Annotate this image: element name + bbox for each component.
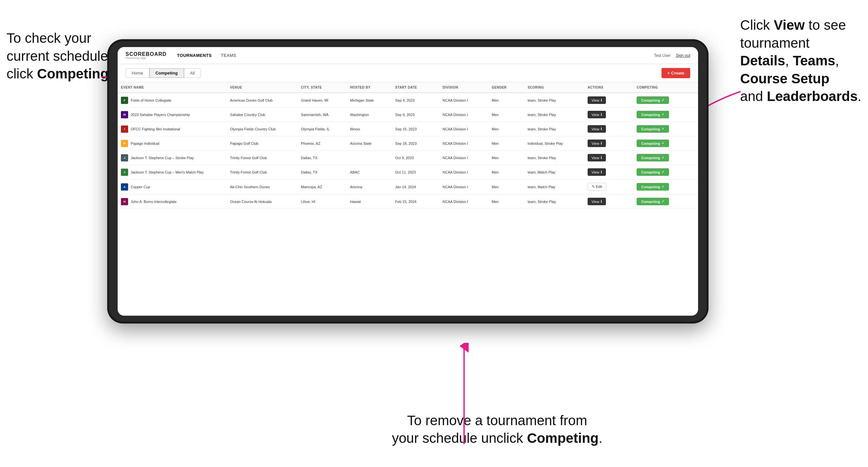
cell-division: NCAA Division I: [439, 151, 488, 165]
cell-city: Grand Haven, MI: [298, 93, 347, 107]
competing-button[interactable]: Competing ✓: [637, 154, 669, 161]
cell-city: Dallas, TX: [298, 151, 347, 165]
cell-event-name: H John A. Burns Intercollegiate: [118, 194, 227, 209]
info-icon: ℹ: [601, 113, 602, 117]
col-header-actions: ACTIONS: [584, 82, 633, 93]
table-row: J Jackson T. Stephens Cup – Stroke Play …: [118, 151, 698, 165]
event-name-text: Copper Cup: [131, 185, 150, 189]
check-icon: ✓: [661, 185, 664, 189]
cell-division: NCAA Division I: [439, 107, 488, 122]
tab-home[interactable]: Home: [125, 68, 149, 78]
cell-event-name: A Copper Cup: [118, 179, 227, 194]
cell-city: Maricopa, AZ: [298, 179, 347, 194]
col-header-hosted: HOSTED BY: [347, 82, 392, 93]
cell-gender: Men: [489, 151, 525, 165]
view-button[interactable]: View ℹ: [588, 139, 606, 147]
cell-venue: Papago Golf Club: [227, 136, 298, 151]
check-icon: ✓: [661, 141, 664, 146]
col-header-scoring: SCORING: [524, 82, 584, 93]
col-header-venue: VENUE: [227, 82, 298, 93]
cell-date: Oct 9, 2023: [392, 151, 439, 165]
annotation-top-right: Click View to see tournament Details, Te…: [740, 16, 862, 105]
table-row: I OFCC Fighting Illini Invitational Olym…: [118, 122, 698, 136]
cell-gender: Men: [489, 93, 525, 107]
cell-gender: Men: [489, 136, 525, 151]
tab-all[interactable]: All: [184, 68, 201, 78]
check-icon: ✓: [661, 98, 664, 102]
view-button[interactable]: View ℹ: [588, 125, 606, 133]
col-header-competing: COMPETING: [633, 82, 698, 93]
competing-button[interactable]: Competing ✓: [637, 125, 669, 133]
cell-competing: Competing ✓: [633, 179, 698, 194]
competing-button[interactable]: Competing ✓: [637, 198, 669, 205]
cell-event-name: P Papago Individual: [118, 136, 227, 151]
powered-by-text: Powered by clippi: [125, 57, 167, 60]
event-name-text: Papago Individual: [131, 142, 159, 146]
annotation-top-left: To check your current schedule, click Co…: [6, 29, 113, 83]
cell-competing: Competing ✓: [633, 122, 698, 136]
cell-scoring: team, Match Play: [524, 179, 584, 194]
cell-actions: View ℹ: [584, 194, 633, 209]
cell-event-name: W 2023 Sahalee Players Championship: [118, 107, 227, 122]
col-header-division: DIVISION: [439, 82, 488, 93]
team-logo: W: [121, 111, 128, 118]
view-button[interactable]: View ℹ: [588, 96, 606, 104]
create-button[interactable]: + Create: [661, 68, 690, 78]
check-icon: ✓: [661, 199, 664, 204]
event-name-text: Folds of Honor Collegiate: [131, 98, 171, 102]
tab-competing[interactable]: Competing: [149, 68, 184, 78]
cell-scoring: team, Match Play: [524, 165, 584, 179]
table-container[interactable]: EVENT NAME VENUE CITY, STATE HOSTED BY S…: [118, 82, 698, 315]
cell-venue: Trinity Forest Golf Club: [227, 165, 298, 179]
cell-division: NCAA Division I: [439, 165, 488, 179]
cell-hosted: ABAC: [347, 165, 392, 179]
event-name-text: OFCC Fighting Illini Invitational: [131, 127, 180, 131]
cell-scoring: team, Stroke Play: [524, 122, 584, 136]
cell-event-name: J Jackson T. Stephens Cup – Men's Match …: [118, 165, 227, 179]
cell-scoring: team, Stroke Play: [524, 151, 584, 165]
cell-date: Feb 15, 2024: [392, 194, 439, 209]
col-header-event: EVENT NAME: [118, 82, 227, 93]
view-button[interactable]: View ℹ: [588, 168, 606, 176]
info-icon: ℹ: [601, 98, 602, 102]
header-right: Test User Sign out: [654, 53, 690, 58]
team-logo: A: [121, 183, 128, 190]
info-icon: ℹ: [601, 199, 602, 204]
view-button[interactable]: View ℹ: [588, 154, 606, 161]
view-button[interactable]: View ℹ: [588, 198, 606, 205]
edit-button[interactable]: ✎ Edit: [588, 183, 606, 191]
table-row: P Papago Individual Papago Golf ClubPhoe…: [118, 136, 698, 151]
cell-competing: Competing ✓: [633, 136, 698, 151]
competing-button[interactable]: Competing ✓: [637, 96, 669, 104]
competing-button[interactable]: Competing ✓: [637, 168, 669, 176]
cell-event-name: F Folds of Honor Collegiate: [118, 93, 227, 107]
nav-tournaments[interactable]: TOURNAMENTS: [177, 53, 212, 58]
cell-hosted: Arizona: [347, 179, 392, 194]
info-icon: ℹ: [601, 127, 602, 131]
cell-venue: Olympia Fields Country Club: [227, 122, 298, 136]
check-icon: ✓: [661, 156, 664, 160]
cell-date: Oct 11, 2023: [392, 165, 439, 179]
cell-actions: View ℹ: [584, 165, 633, 179]
competing-button[interactable]: Competing ✓: [637, 111, 669, 118]
sign-out-link[interactable]: Sign out: [676, 53, 690, 58]
info-icon: ℹ: [601, 170, 602, 174]
cell-city: Lihue, HI: [298, 194, 347, 209]
view-button[interactable]: View ℹ: [588, 111, 606, 118]
cell-date: Jan 14, 2024: [392, 179, 439, 194]
cell-scoring: team, Stroke Play: [524, 93, 584, 107]
cell-competing: Competing ✓: [633, 165, 698, 179]
cell-city: Sammamish, WA: [298, 107, 347, 122]
cell-gender: Men: [489, 194, 525, 209]
table-header-row: EVENT NAME VENUE CITY, STATE HOSTED BY S…: [118, 82, 698, 93]
check-icon: ✓: [661, 170, 664, 174]
cell-division: NCAA Division I: [439, 136, 488, 151]
table-row: W 2023 Sahalee Players Championship Saha…: [118, 107, 698, 122]
competing-button[interactable]: Competing ✓: [637, 183, 669, 190]
cell-venue: American Dunes Golf Club: [227, 93, 298, 107]
team-logo: F: [121, 97, 128, 104]
nav-teams[interactable]: TEAMS: [221, 53, 236, 58]
competing-button[interactable]: Competing ✓: [637, 139, 669, 147]
logo-text: SCOREBOARD: [125, 52, 167, 57]
cell-gender: Men: [489, 122, 525, 136]
